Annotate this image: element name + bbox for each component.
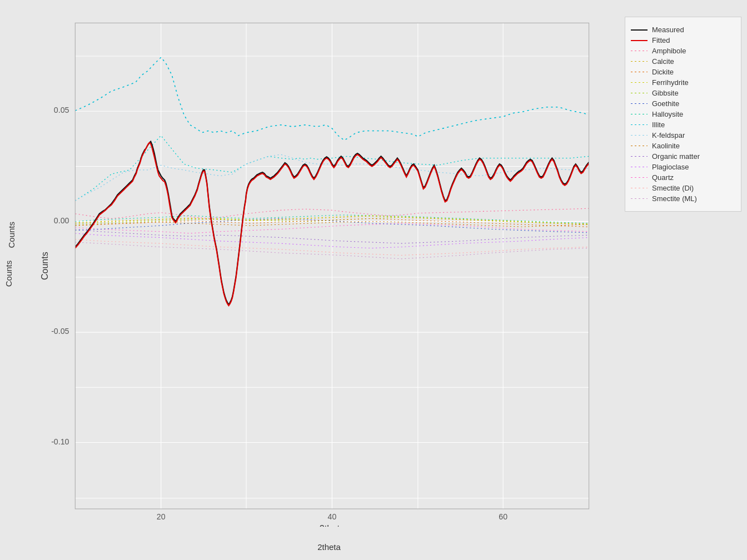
svg-text:2theta: 2theta — [320, 523, 345, 527]
legend-item-kaolinite: Kaolinite — [631, 142, 735, 150]
legend-label-goethite: Goethite — [652, 99, 679, 108]
legend-item-dickite: Dickite — [631, 68, 735, 76]
legend-line-goethite — [631, 103, 648, 104]
svg-text:-0.05: -0.05 — [51, 327, 69, 336]
legend-label-illite: Illite — [652, 121, 665, 129]
legend-item-quartz: Quartz — [631, 173, 735, 182]
legend-line-smectite-ml — [631, 198, 648, 199]
chart-inner: 0.05 0.00 -0.05 -0.10 20 40 60 2theta Co… — [39, 11, 619, 527]
svg-text:60: 60 — [499, 512, 507, 521]
legend-label-amphibole: Amphibole — [652, 47, 686, 55]
legend-line-calcite — [631, 61, 648, 62]
chart-area: Counts — [39, 11, 619, 527]
legend-line-smectite-di — [631, 188, 648, 188]
legend-label-gibbsite: Gibbsite — [652, 89, 679, 97]
legend-item-plagioclase: Plagioclase — [631, 163, 735, 171]
legend-line-kaolinite — [631, 146, 648, 146]
chart-container: Counts — [0, 0, 747, 560]
legend-line-kfeldspar — [631, 135, 648, 136]
svg-text:40: 40 — [328, 512, 337, 521]
svg-text:0.05: 0.05 — [54, 106, 69, 115]
svg-rect-0 — [39, 11, 619, 527]
legend-line-measured — [631, 29, 648, 31]
legend-item-amphibole: Amphibole — [631, 47, 735, 55]
legend-line-gibbsite — [631, 93, 648, 93]
legend-line-fitted — [631, 40, 648, 41]
legend-item-ferrihydrite: Ferrihydrite — [631, 78, 735, 87]
legend-item-goethite: Goethite — [631, 99, 735, 108]
legend-item-measured: Measured — [631, 26, 735, 34]
legend-line-dickite — [631, 72, 648, 72]
legend-item-fitted: Fitted — [631, 36, 735, 44]
legend-line-plagioclase — [631, 167, 648, 167]
y-axis-label: Counts — [7, 222, 16, 248]
legend-label-kaolinite: Kaolinite — [652, 142, 680, 150]
legend-line-halloysite — [631, 114, 648, 114]
legend-label-fitted: Fitted — [652, 36, 670, 44]
legend-item-smectite-ml: Smectite (ML) — [631, 194, 735, 203]
legend-label-organic-matter: Organic matter — [652, 152, 700, 161]
legend-label-smectite-ml: Smectite (ML) — [652, 194, 697, 203]
legend-item-kfeldspar: K-feldspar — [631, 131, 735, 139]
legend-label-quartz: Quartz — [652, 173, 674, 182]
y-axis-title: Counts — [4, 261, 13, 287]
legend-item-organic-matter: Organic matter — [631, 152, 735, 161]
legend-label-calcite: Calcite — [652, 57, 674, 66]
legend-line-quartz — [631, 177, 648, 178]
svg-text:20: 20 — [157, 512, 166, 521]
legend-line-organic-matter — [631, 156, 648, 157]
legend-label-kfeldspar: K-feldspar — [652, 131, 685, 139]
legend-label-dickite: Dickite — [652, 68, 674, 76]
chart-svg: 0.05 0.00 -0.05 -0.10 20 40 60 2theta Co… — [39, 11, 619, 527]
legend-item-calcite: Calcite — [631, 57, 735, 66]
legend-line-illite — [631, 124, 648, 125]
svg-text:0.00: 0.00 — [54, 216, 69, 225]
legend-label-smectite-di: Smectite (Di) — [652, 184, 694, 192]
legend-item-smectite-di: Smectite (Di) — [631, 184, 735, 192]
legend-line-amphibole — [631, 51, 648, 51]
legend-label-measured: Measured — [652, 26, 684, 34]
x-axis-label: 2theta — [317, 542, 341, 552]
svg-text:Counts: Counts — [39, 252, 49, 280]
chart-legend: Measured Fitted Amphibole Calcite Dickit… — [625, 17, 741, 212]
legend-item-illite: Illite — [631, 121, 735, 129]
legend-item-halloysite: Halloysite — [631, 110, 735, 118]
legend-item-gibbsite: Gibbsite — [631, 89, 735, 97]
legend-line-ferrihydrite — [631, 82, 648, 83]
legend-label-plagioclase: Plagioclase — [652, 163, 689, 171]
svg-text:-0.10: -0.10 — [51, 437, 69, 446]
legend-label-ferrihydrite: Ferrihydrite — [652, 78, 689, 87]
legend-label-halloysite: Halloysite — [652, 110, 683, 118]
